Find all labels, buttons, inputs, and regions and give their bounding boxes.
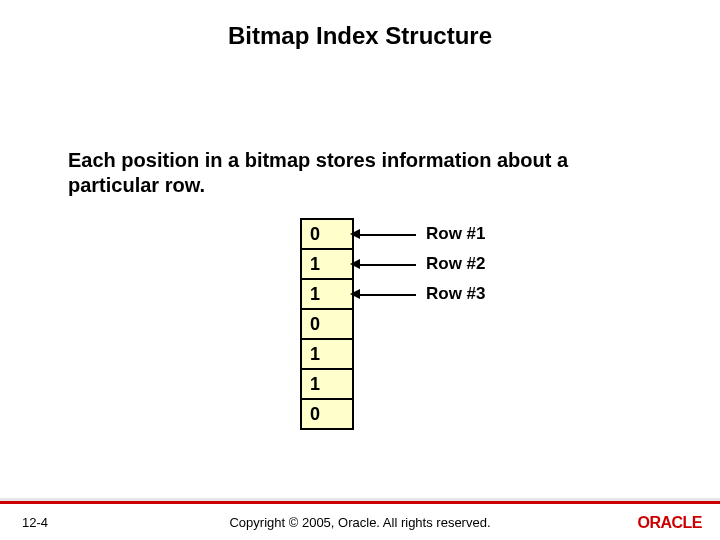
cell-value: 1 — [310, 284, 320, 305]
row-label: Row #1 — [426, 224, 486, 244]
arrow-line-icon — [356, 234, 416, 236]
cell-value: 1 — [310, 344, 320, 365]
bitmap-cell: 1 Row #2 — [300, 248, 354, 280]
bitmap-cell: 1 — [300, 368, 354, 400]
slide-title: Bitmap Index Structure — [0, 0, 720, 50]
arrow-line-icon — [356, 294, 416, 296]
bitmap-cell: 0 — [300, 398, 354, 430]
footer: 12-4 Copyright © 2005, Oracle. All right… — [0, 498, 720, 540]
cell-value: 1 — [310, 254, 320, 275]
bitmap-cell: 1 — [300, 338, 354, 370]
body-text: Each position in a bitmap stores informa… — [68, 148, 648, 198]
bitmap-diagram: 0 Row #1 1 Row #2 1 Row #3 0 1 1 0 — [300, 218, 354, 430]
cell-value: 0 — [310, 314, 320, 335]
copyright-text: Copyright © 2005, Oracle. All rights res… — [0, 515, 720, 530]
cell-value: 1 — [310, 374, 320, 395]
bitmap-cell: 0 — [300, 308, 354, 340]
bitmap-cell: 0 Row #1 — [300, 218, 354, 250]
bitmap-cell: 1 Row #3 — [300, 278, 354, 310]
arrow-line-icon — [356, 264, 416, 266]
oracle-logo: ORACLE — [637, 514, 702, 532]
cell-value: 0 — [310, 224, 320, 245]
row-label: Row #3 — [426, 284, 486, 304]
row-label: Row #2 — [426, 254, 486, 274]
footer-accent-icon — [0, 501, 720, 504]
cell-value: 0 — [310, 404, 320, 425]
